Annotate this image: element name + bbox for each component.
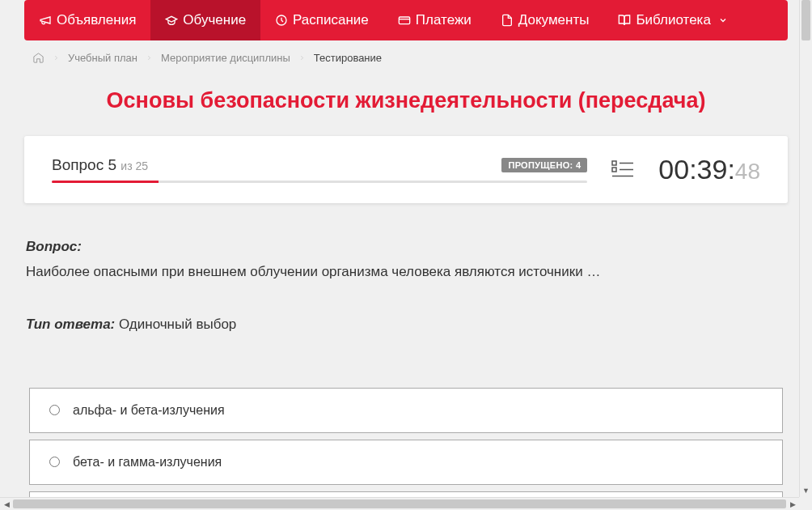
nav-label: Объявления <box>57 12 136 28</box>
scrollbar-corner <box>799 497 812 510</box>
home-icon[interactable] <box>32 52 44 64</box>
clock-icon <box>275 14 288 27</box>
answer-type: Тип ответа: Одиночный выбор <box>26 317 786 333</box>
answer-option[interactable]: альфа- и бета-излучения <box>29 388 783 433</box>
chevron-right-icon <box>298 54 306 62</box>
page-title: Основы безопасности жизнедеятельности (п… <box>24 88 788 113</box>
question-text: Наиболее опасными при внешнем облучении … <box>26 261 786 283</box>
svg-rect-2 <box>612 161 616 165</box>
chevron-right-icon <box>146 54 153 62</box>
nav-label: Библиотека <box>636 12 710 28</box>
answer-radio[interactable] <box>49 457 60 467</box>
question-total: из 25 <box>121 159 148 172</box>
scroll-thumb[interactable] <box>13 499 786 508</box>
top-navigation: Объявления Обучение Расписание Платежи Д… <box>24 0 788 40</box>
question-number-label: Вопрос 5 <box>52 156 121 173</box>
answer-type-label: Тип ответа: <box>26 317 115 332</box>
progress-fill <box>52 181 159 183</box>
status-panel: Вопрос 5 из 25 ПРОПУЩЕНО: 4 <box>24 136 788 203</box>
progress-bar <box>52 181 587 183</box>
chevron-down-icon <box>718 15 728 25</box>
breadcrumb-link[interactable]: Мероприятие дисциплины <box>161 52 290 64</box>
question-header: Вопрос: <box>26 239 786 255</box>
breadcrumb: Учебный план Мероприятие дисциплины Тест… <box>24 40 788 75</box>
card-icon <box>398 14 411 27</box>
answer-type-value: Одиночный выбор <box>119 317 236 332</box>
question-block: Вопрос: Наиболее опасными при внешнем об… <box>24 239 788 333</box>
nav-announcements[interactable]: Объявления <box>24 0 150 40</box>
answer-option[interactable]: бета- и гамма-излучения <box>29 440 783 485</box>
answer-options: альфа- и бета-излучения бета- и гамма-из… <box>24 388 788 511</box>
nav-schedule[interactable]: Расписание <box>260 0 383 40</box>
scroll-thumb[interactable] <box>801 0 810 40</box>
scroll-left-arrow[interactable]: ◀ <box>0 498 13 510</box>
nav-label: Платежи <box>416 12 472 28</box>
timer-main: 00:39: <box>658 154 735 185</box>
chevron-right-icon <box>53 54 60 62</box>
timer: 00:39:48 <box>658 154 760 185</box>
svg-rect-4 <box>612 168 616 172</box>
progress-section: Вопрос 5 из 25 ПРОПУЩЕНО: 4 <box>52 156 587 183</box>
nav-learning[interactable]: Обучение <box>150 0 260 40</box>
document-icon <box>501 14 514 27</box>
nav-library[interactable]: Библиотека <box>603 0 742 40</box>
timer-ms: 48 <box>735 159 760 185</box>
vertical-scrollbar[interactable]: ▲ ▼ <box>799 0 812 497</box>
breadcrumb-link[interactable]: Учебный план <box>68 52 137 64</box>
skipped-badge: ПРОПУЩЕНО: 4 <box>501 158 587 172</box>
horizontal-scrollbar[interactable]: ◀ ▶ <box>0 497 799 510</box>
book-icon <box>618 14 631 27</box>
nav-label: Расписание <box>293 12 369 28</box>
nav-documents[interactable]: Документы <box>486 0 604 40</box>
graduation-icon <box>165 14 178 27</box>
answer-option-label: альфа- и бета-излучения <box>73 403 225 418</box>
answer-option-label: бета- и гамма-излучения <box>73 455 222 470</box>
answer-radio[interactable] <box>49 405 60 415</box>
question-list-button[interactable] <box>611 159 634 181</box>
svg-rect-1 <box>399 17 409 24</box>
scroll-down-arrow[interactable]: ▼ <box>800 484 812 497</box>
scroll-right-arrow[interactable]: ▶ <box>786 498 799 510</box>
nav-label: Обучение <box>183 12 246 28</box>
breadcrumb-current: Тестирование <box>314 52 382 64</box>
nav-label: Документы <box>518 12 590 28</box>
nav-payments[interactable]: Платежи <box>383 0 486 40</box>
megaphone-icon <box>39 14 52 27</box>
